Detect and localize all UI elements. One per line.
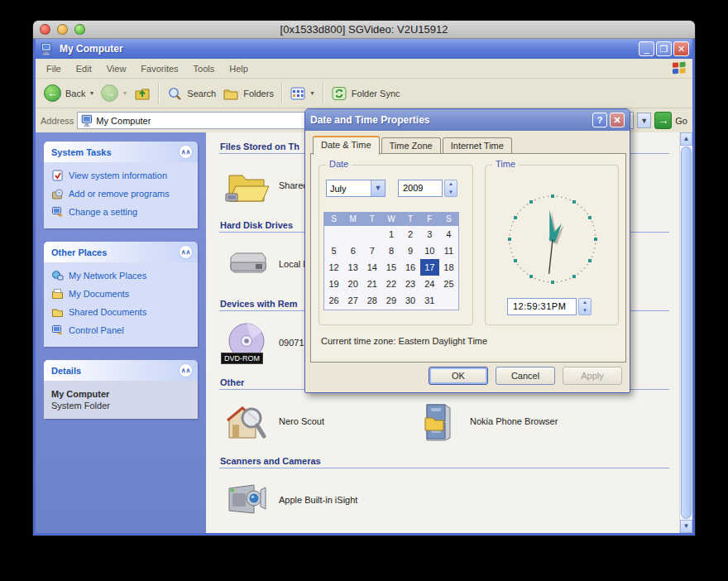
up-button[interactable] <box>131 86 154 101</box>
mac-minimize-button[interactable] <box>57 24 68 35</box>
calendar-day[interactable]: 5 <box>324 242 343 259</box>
calendar-day[interactable]: 20 <box>343 276 362 292</box>
collapse-chevron-icon[interactable]: ∧∧ <box>179 245 193 259</box>
calendar-day[interactable]: 22 <box>381 276 400 292</box>
back-dropdown[interactable]: ▼ <box>89 90 94 96</box>
calendar-day[interactable]: 28 <box>362 292 381 309</box>
analog-clock <box>497 187 608 295</box>
calendar-day[interactable]: 24 <box>420 276 439 292</box>
sidebar-item-add-remove-programs[interactable]: Add or remove programs <box>51 188 192 199</box>
address-dropdown[interactable]: ▼ <box>637 113 651 128</box>
list-item-nero-scout[interactable]: Nero Scout <box>224 399 410 444</box>
cancel-button[interactable]: Cancel <box>496 367 555 385</box>
calendar-day[interactable]: 4 <box>439 226 458 242</box>
calendar-day[interactable]: 9 <box>401 242 420 259</box>
mac-close-button[interactable] <box>40 24 50 35</box>
calendar-day[interactable]: 11 <box>439 242 458 259</box>
search-button[interactable]: Search <box>163 86 219 101</box>
minute-hand <box>546 209 556 242</box>
menu-help[interactable]: Help <box>222 60 256 77</box>
calendar-day[interactable]: 1 <box>381 226 400 242</box>
year-spinner[interactable]: ▲▼ <box>444 180 457 197</box>
nokia-phone-browser-icon <box>415 400 460 443</box>
dialog-title: Date and Time Properties <box>310 114 590 126</box>
dvd-rom-badge: DVD-ROM <box>221 353 263 364</box>
xp-titlebar[interactable]: My Computer _ ❐ ✕ <box>36 39 692 59</box>
calendar-day[interactable]: 21 <box>362 276 381 292</box>
calendar-day[interactable]: 19 <box>324 276 343 292</box>
mac-zoom-button[interactable] <box>74 24 85 35</box>
close-button[interactable]: ✕ <box>673 41 689 56</box>
up-folder-icon <box>134 86 151 101</box>
time-input[interactable]: 12:59:31PM <box>507 298 577 315</box>
scrollbar-thumb[interactable] <box>681 146 692 519</box>
calendar-day[interactable]: 3 <box>420 226 439 242</box>
menu-view[interactable]: View <box>99 60 134 77</box>
mac-titlebar[interactable]: [0x1533d800] SGVideo: V2U15912 <box>33 21 695 39</box>
calendar-day[interactable]: 13 <box>343 259 362 276</box>
calendar-day[interactable]: 29 <box>381 292 400 309</box>
calendar-day[interactable]: 6 <box>343 242 362 259</box>
collapse-chevron-icon[interactable]: ∧∧ <box>179 145 193 159</box>
month-select[interactable]: July ▼ <box>326 180 386 197</box>
go-label: Go <box>675 116 687 126</box>
year-input[interactable]: 2009 <box>398 180 443 197</box>
time-spinner[interactable]: ▲▼ <box>578 298 592 315</box>
system-tasks-title: System Tasks <box>51 147 112 157</box>
calendar-day[interactable]: 30 <box>401 292 420 309</box>
calendar-day[interactable]: 27 <box>343 292 362 309</box>
go-button[interactable]: → <box>654 112 672 129</box>
calendar-day[interactable]: 7 <box>362 242 381 259</box>
calendar-day[interactable]: 14 <box>362 259 381 276</box>
menu-tools[interactable]: Tools <box>186 60 223 77</box>
folder-sync-button[interactable]: Folder Sync <box>328 86 404 101</box>
minimize-button[interactable]: _ <box>639 41 654 56</box>
forward-button[interactable]: → ▼ <box>98 84 131 102</box>
vertical-scrollbar[interactable]: ▲ ▼ <box>679 132 692 533</box>
ok-button[interactable]: OK <box>429 367 488 385</box>
calendar-day[interactable]: 17 <box>420 259 439 276</box>
collapse-chevron-icon[interactable]: ∧∧ <box>179 363 193 377</box>
sidebar-item-shared-documents[interactable]: Shared Documents <box>51 306 192 318</box>
nero-scout-icon <box>224 400 269 443</box>
scroll-down-icon[interactable]: ▼ <box>680 520 692 533</box>
views-button[interactable]: ▼ <box>286 86 318 101</box>
date-time-properties-dialog: Date and Time Properties ? ✕ Date & Time… <box>304 108 630 393</box>
dialog-titlebar[interactable]: Date and Time Properties ? ✕ <box>305 109 630 131</box>
scroll-up-icon[interactable]: ▲ <box>680 132 692 146</box>
back-button[interactable]: ← Back ▼ <box>41 84 98 102</box>
calendar-empty-cell <box>439 292 458 309</box>
sidebar-item-my-documents[interactable]: My Documents <box>51 288 192 300</box>
calendar-day[interactable]: 23 <box>401 276 420 292</box>
calendar-day[interactable]: 16 <box>401 259 420 276</box>
folders-button[interactable]: Folders <box>219 86 277 101</box>
menu-file[interactable]: File <box>39 60 69 77</box>
month-dropdown-icon[interactable]: ▼ <box>371 180 385 196</box>
views-dropdown[interactable]: ▼ <box>309 90 315 96</box>
sidebar-item-my-network-places[interactable]: My Network Places <box>51 270 192 281</box>
calendar-day[interactable]: 10 <box>420 242 439 259</box>
dialog-close-button[interactable]: ✕ <box>610 113 625 127</box>
sidebar-item-change-a-setting[interactable]: Change a setting <box>51 206 192 218</box>
calendar-day[interactable]: 8 <box>381 242 400 259</box>
forward-icon: → <box>101 84 118 102</box>
sidebar-item-control-panel[interactable]: Control Panel <box>51 324 192 336</box>
network-places-icon <box>51 270 64 281</box>
calendar-day[interactable]: 18 <box>439 259 458 276</box>
calendar-day[interactable]: 15 <box>381 259 400 276</box>
calendar-day[interactable]: 25 <box>439 276 458 292</box>
forward-dropdown[interactable]: ▼ <box>122 90 127 96</box>
calendar-day[interactable]: 2 <box>401 226 420 242</box>
calendar-day[interactable]: 31 <box>420 292 439 309</box>
list-item-isight[interactable]: Apple Built-in iSight <box>224 478 410 522</box>
dialog-help-button[interactable]: ? <box>592 113 607 127</box>
folders-icon <box>223 86 239 101</box>
calendar-day[interactable]: 26 <box>324 292 343 309</box>
menu-edit[interactable]: Edit <box>69 60 99 77</box>
menu-favorites[interactable]: Favorites <box>133 60 185 77</box>
restore-button[interactable]: ❐ <box>656 41 672 56</box>
calendar-day[interactable]: 12 <box>324 259 343 276</box>
list-item-nokia-phone-browser[interactable]: Nokia Phone Browser <box>415 399 601 444</box>
sidebar-item-view-system-information[interactable]: View system information <box>51 170 192 181</box>
tab-date-time[interactable]: Date & Time <box>313 136 380 155</box>
